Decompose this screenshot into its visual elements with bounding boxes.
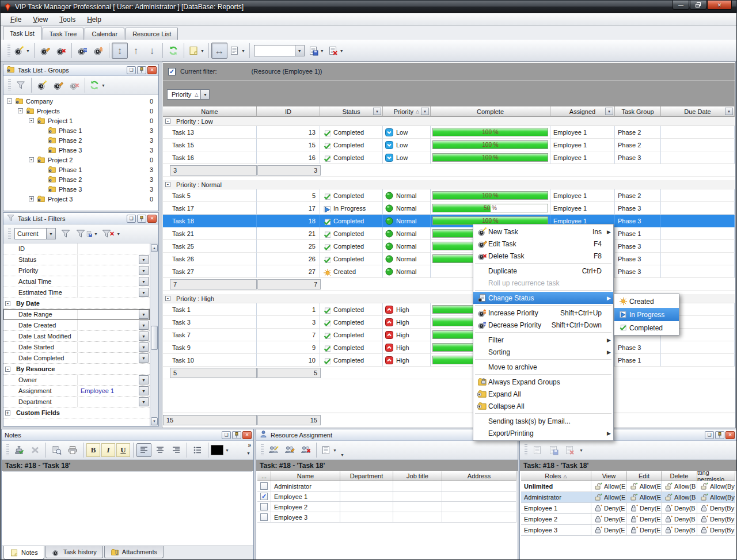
filter-dropdown-icon[interactable]: ▼	[139, 386, 149, 395]
menu-item-decrease-priority[interactable]: Decrease Priority Shift+Ctrl+Down	[473, 319, 613, 331]
italic-button[interactable]: I	[101, 443, 115, 457]
tab-task-list[interactable]: Task List	[3, 26, 41, 40]
menu-item-delete-task[interactable]: Delete Task F8	[473, 250, 613, 262]
tree-item-phase-3[interactable]: Phase 3 3	[3, 145, 158, 155]
permission-cell[interactable]: Deny(E	[627, 503, 662, 514]
permission-cell[interactable]: Allow(B	[662, 492, 697, 503]
underline-button[interactable]: U	[116, 443, 130, 457]
group-by-priority-button[interactable]: Priority△ ▼	[167, 89, 210, 100]
sort-descending-button[interactable]: ↓	[144, 43, 160, 59]
tree-toggle-icon[interactable]: -	[29, 118, 34, 123]
group-collapse-icon[interactable]: -	[165, 119, 170, 124]
permission-row[interactable]: AdministratorAllow(EAllow(EAllow(BAllow(…	[521, 492, 735, 503]
delete-task-button[interactable]	[53, 43, 69, 59]
resource-row[interactable]: Employee 3	[257, 512, 516, 523]
tree-toggle-icon[interactable]: -	[29, 157, 34, 162]
permission-cell[interactable]: Allow(E	[627, 492, 662, 503]
resource-column-4[interactable]: Address	[442, 471, 516, 481]
print-preview-button[interactable]	[48, 442, 64, 458]
remove-resource-button[interactable]	[298, 442, 314, 458]
group-header[interactable]: - Priority : Normal	[163, 180, 735, 189]
panel-restore-icon[interactable]: ❏	[127, 66, 136, 74]
bold-button[interactable]: B	[86, 443, 100, 457]
edit-group-button[interactable]	[50, 77, 66, 93]
sort-ascending-button[interactable]: ↑	[128, 43, 144, 59]
permission-column-4[interactable]: tting permissio	[697, 471, 735, 481]
permission-column-0[interactable]: Roles△	[521, 471, 591, 481]
task-row[interactable]: Task 17 17 In Progress Normal 50 % Emplo…	[163, 202, 735, 215]
menu-file[interactable]: File	[5, 14, 26, 25]
panel-pin-icon[interactable]	[137, 215, 146, 223]
submenu-item-in-progress[interactable]: In Progress	[614, 308, 679, 321]
save-view-button[interactable]: ▼	[306, 43, 326, 59]
tree-toggle-icon[interactable]: +	[29, 196, 34, 201]
menu-item-duplicate[interactable]: Duplicate Ctrl+D	[473, 265, 613, 277]
filter-dropdown-icon[interactable]: ▼	[139, 321, 149, 330]
task-row[interactable]: Task 21 21 Completed Normal 100 % Employ…	[163, 227, 735, 240]
align-center-button[interactable]	[153, 443, 168, 457]
tab-task-history[interactable]: Task history	[45, 546, 103, 558]
permission-column-1[interactable]: View	[591, 471, 627, 481]
task-row[interactable]: Task 25 25 Completed Normal 100 % Employ…	[163, 240, 735, 253]
permission-tool-button[interactable]	[561, 442, 578, 458]
delete-view-button[interactable]: ▼	[326, 43, 345, 59]
filter-dropdown-icon[interactable]: ▼	[139, 397, 149, 406]
resource-column-3[interactable]: Job title	[393, 471, 442, 481]
submenu-item-completed[interactable]: Completed	[614, 321, 679, 334]
task-row[interactable]: Task 9 9 Completed High 100 % Employee 1…	[163, 341, 735, 354]
toolbar-options-icon[interactable]: ▼	[340, 453, 344, 457]
filter-row-date-range[interactable]: Date Range ▼	[3, 309, 150, 320]
align-right-button[interactable]	[169, 443, 184, 457]
menu-item-sorting[interactable]: Sorting ▶	[473, 346, 613, 358]
resource-checkbox[interactable]	[260, 482, 268, 490]
panel-pin-icon[interactable]	[232, 431, 241, 439]
permission-cell[interactable]: Allow(E	[591, 492, 627, 503]
restore-button[interactable]	[690, 1, 706, 10]
save-filter-button[interactable]: ▼	[74, 226, 100, 242]
new-group-button[interactable]	[34, 77, 50, 93]
tree-item-phase-1[interactable]: Phase 1 3	[3, 165, 158, 174]
column-filter-icon[interactable]: ▼	[421, 108, 429, 115]
panel-pin-icon[interactable]	[715, 431, 724, 439]
filter-dropdown-icon[interactable]: ▼	[139, 277, 149, 286]
resource-checkbox[interactable]: ✓	[260, 493, 268, 500]
insert-note-button[interactable]	[11, 442, 27, 458]
scroll-down-icon[interactable]: ▼	[151, 417, 158, 425]
tree-item-project-1[interactable]: -Project 1 0	[3, 116, 158, 125]
resource-checkbox[interactable]	[260, 513, 268, 521]
menu-item-export-printing[interactable]: Export/Printing ▶	[473, 427, 613, 439]
filter-preset-combo[interactable]: Current▼	[14, 228, 56, 239]
group-header[interactable]: - Priority : Low	[163, 117, 735, 126]
permission-cell[interactable]: Allow(B	[662, 481, 697, 492]
toolbar-overflow-icon[interactable]: »	[248, 442, 251, 448]
tab-calendar[interactable]: Calendar	[85, 28, 124, 40]
menu-help[interactable]: Help	[82, 14, 107, 25]
filter-dropdown-icon[interactable]: ▼	[139, 266, 149, 275]
menu-item-always-expand-groups[interactable]: Always Expand Groups	[473, 376, 613, 388]
task-row[interactable]: Task 18 18 Completed Normal 100 % Employ…	[163, 215, 735, 227]
panel-close-icon[interactable]: ✕	[242, 431, 252, 439]
filter-enabled-checkbox[interactable]: ✓	[168, 68, 176, 75]
permission-cell[interactable]: Deny(E	[627, 514, 662, 525]
fit-columns-button[interactable]: ↔	[211, 43, 227, 59]
menu-item-expand-all[interactable]: Expand All	[473, 388, 613, 400]
customize-columns-button[interactable]: ▼	[227, 43, 247, 59]
filter-row-priority[interactable]: Priority ▼	[3, 265, 150, 276]
resource-column-1[interactable]: Name	[271, 471, 340, 481]
tree-item-projects[interactable]: -Projects 0	[3, 106, 158, 116]
delete-group-button[interactable]	[66, 77, 82, 93]
group-collapse-icon[interactable]: -	[165, 182, 170, 187]
filter-dropdown-icon[interactable]: ▼	[139, 310, 149, 319]
resource-column-2[interactable]: Department	[340, 471, 393, 481]
task-row[interactable]: Task 27 27 Created Normal Employee 1 Pha…	[163, 265, 735, 278]
column-header-id[interactable]: ID	[257, 106, 320, 117]
filter-row-status[interactable]: Status ▼	[3, 254, 150, 265]
close-button[interactable]: ✕	[707, 1, 732, 10]
edit-resource-button[interactable]	[282, 442, 298, 458]
panel-close-icon[interactable]: ✕	[725, 431, 735, 439]
column-filter-icon[interactable]: ▼	[373, 108, 381, 115]
permission-cell[interactable]: Deny(E	[591, 503, 627, 514]
permission-cell[interactable]: Allow(By	[697, 492, 735, 503]
permission-cell[interactable]: Deny(By	[697, 525, 735, 536]
menu-item-roll-up-recurrence-task[interactable]: Roll up recurrence task	[473, 277, 613, 289]
